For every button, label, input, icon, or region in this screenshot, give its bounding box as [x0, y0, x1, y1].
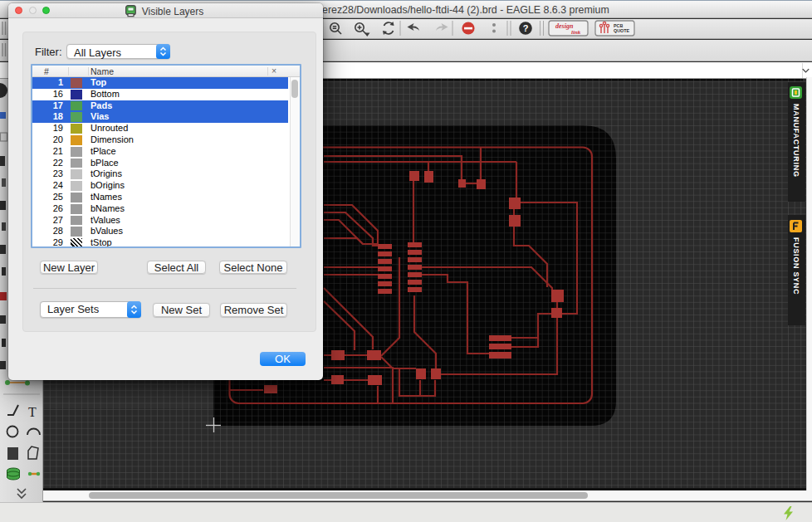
svg-text:T: T — [28, 405, 37, 419]
svg-text:QUOTE: QUOTE — [614, 28, 630, 33]
svg-text:link: link — [571, 29, 581, 36]
svg-text:?: ? — [523, 23, 529, 33]
svg-text:PCB: PCB — [614, 23, 623, 28]
